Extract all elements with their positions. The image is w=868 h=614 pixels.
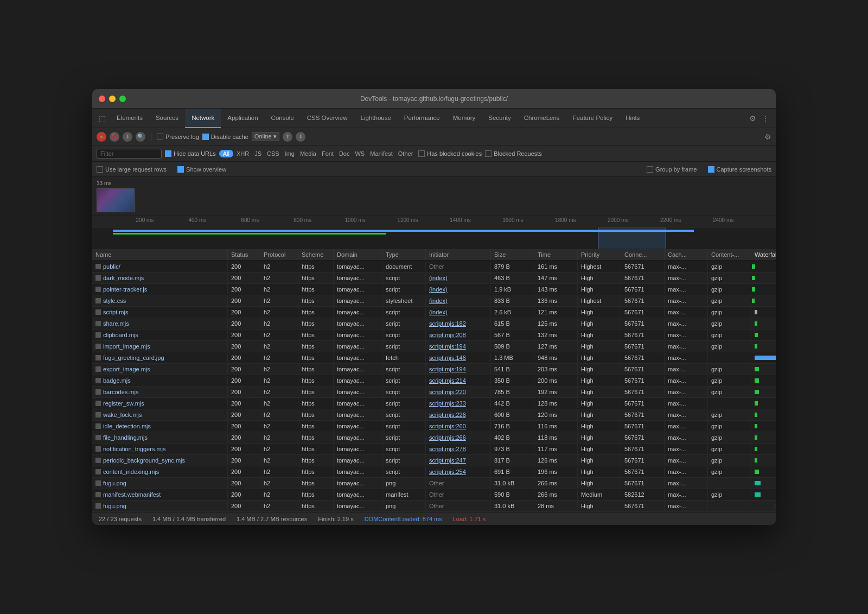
table-row[interactable]: pointer-tracker.js200h2httpstomayac...sc… (92, 284, 776, 295)
throttle-select[interactable]: Online ▾ (252, 132, 279, 141)
name-cell[interactable]: notification_triggers.mjs (92, 444, 228, 454)
table-row[interactable]: script.mjs200h2httpstomayac...script(ind… (92, 307, 776, 318)
filter-tag-manifest[interactable]: Manifest (368, 150, 395, 157)
table-row[interactable]: share.mjs200h2httpstomayac...scriptscrip… (92, 318, 776, 330)
th-domain[interactable]: Domain (334, 249, 382, 260)
large-rows-option[interactable]: Use large request rows (97, 166, 167, 173)
clear-button[interactable]: 🚫 (110, 132, 119, 142)
table-row[interactable]: manifest.webmanifest200h2httpstomayac...… (92, 489, 776, 501)
tab-lighthouse[interactable]: Lighthouse (354, 109, 398, 128)
name-cell[interactable]: public/ (92, 262, 228, 271)
minimize-button[interactable] (109, 96, 116, 102)
tab-elements[interactable]: Elements (110, 109, 149, 128)
th-conne-[interactable]: Conne... (621, 249, 665, 260)
name-cell[interactable]: pointer-tracker.js (92, 284, 228, 294)
tab-css-overview[interactable]: CSS Overview (301, 109, 354, 128)
hide-data-urls-checkbox[interactable]: Hide data URLs (165, 150, 216, 157)
th-waterfall[interactable]: Waterfall ▲ (751, 249, 776, 260)
blocked-requests-checkbox[interactable]: Blocked Requests (485, 150, 542, 157)
capture-screenshots-option[interactable]: Capture screenshots (708, 166, 772, 173)
tab-performance[interactable]: Performance (398, 109, 446, 128)
th-cach-[interactable]: Cach... (665, 249, 708, 260)
table-row[interactable]: wake_lock.mjs200h2httpstomayac...scripts… (92, 409, 776, 421)
table-row[interactable]: badge.mjs200h2httpstomayac...scriptscrip… (92, 375, 776, 387)
more-options-icon[interactable]: ⋮ (762, 114, 769, 123)
name-cell[interactable]: manifest.webmanifest (92, 490, 228, 499)
th-content--[interactable]: Content-... (708, 249, 751, 260)
disable-cache-checkbox[interactable]: Disable cache (202, 134, 248, 140)
filter-tag-js[interactable]: JS (252, 150, 264, 157)
th-priority[interactable]: Priority (578, 249, 621, 260)
tab-network[interactable]: Network (185, 109, 221, 128)
filter-tag-other[interactable]: Other (396, 150, 416, 157)
tab-memory[interactable]: Memory (446, 109, 482, 128)
th-name[interactable]: Name (92, 249, 228, 260)
table-row[interactable]: idle_detection.mjs200h2httpstomayac...sc… (92, 421, 776, 432)
table-row[interactable]: public/200h2httpstomayac...documentOther… (92, 261, 776, 273)
upload-icon[interactable]: ⬆ (283, 132, 292, 142)
preserve-log-checkbox[interactable]: Preserve log (157, 134, 199, 140)
filter-icon-btn[interactable]: ⬇ (123, 132, 132, 142)
name-cell[interactable]: content_indexing.mjs (92, 467, 228, 477)
filter-tag-media[interactable]: Media (298, 150, 318, 157)
table-row[interactable]: register_sw.mjs200h2httpstomayac...scrip… (92, 398, 776, 409)
tab-hints[interactable]: Hints (619, 109, 646, 128)
table-row[interactable]: barcodes.mjs200h2httpstomayac...scriptsc… (92, 387, 776, 398)
tab-sources[interactable]: Sources (149, 109, 185, 128)
table-row[interactable]: clipboard.mjs200h2httpstomayac...scripts… (92, 330, 776, 341)
tab-feature-policy[interactable]: Feature Policy (566, 109, 620, 128)
th-protocol[interactable]: Protocol (260, 249, 298, 260)
filter-tag-img[interactable]: Img (283, 150, 297, 157)
name-cell[interactable]: style.css (92, 296, 228, 306)
filter-tag-ws[interactable]: WS (353, 150, 367, 157)
filter-tag-css[interactable]: CSS (265, 150, 282, 157)
name-cell[interactable]: periodic_background_sync.mjs (92, 455, 228, 465)
th-time[interactable]: Time (534, 249, 578, 260)
table-row[interactable]: fugu_greeting_card.jpg200h2httpstomayac.… (92, 352, 776, 364)
has-blocked-cookies-checkbox[interactable]: Has blocked cookies (418, 150, 482, 157)
name-cell[interactable]: import_image.mjs (92, 341, 228, 351)
tab-application[interactable]: Application (221, 109, 264, 128)
table-row[interactable]: export_image.mjs200h2httpstomayac...scri… (92, 364, 776, 375)
name-cell[interactable]: script.mjs (92, 307, 228, 317)
th-size[interactable]: Size (491, 249, 534, 260)
settings-icon[interactable]: ⚙ (749, 114, 756, 123)
tab-chromelens[interactable]: ChromeLens (518, 109, 566, 128)
filter-tag-all[interactable]: All (219, 150, 233, 157)
record-button[interactable]: ● (97, 132, 106, 142)
search-button[interactable]: 🔍 (136, 132, 145, 142)
timeline-tracks[interactable] (92, 227, 776, 249)
name-cell[interactable]: register_sw.mjs (92, 398, 228, 408)
table-row[interactable]: fugu.png200h2httpstomayac...pngOther31.0… (92, 501, 776, 512)
th-initiator[interactable]: Initiator (426, 249, 491, 260)
filter-tag-doc[interactable]: Doc (337, 150, 352, 157)
table-row[interactable]: style.css200h2httpstomayac...stylesheet(… (92, 295, 776, 307)
name-cell[interactable]: fugu.png (92, 478, 228, 488)
devtools-settings-icon[interactable]: ⚙ (764, 132, 771, 141)
name-cell[interactable]: fugu_greeting_card.jpg (92, 353, 228, 363)
tab-console[interactable]: Console (265, 109, 301, 128)
name-cell[interactable]: barcodes.mjs (92, 387, 228, 397)
name-cell[interactable]: fugu.png (92, 501, 228, 511)
th-status[interactable]: Status (228, 249, 260, 260)
name-cell[interactable]: idle_detection.mjs (92, 421, 228, 431)
name-cell[interactable]: clipboard.mjs (92, 330, 228, 340)
table-row[interactable]: periodic_background_sync.mjs200h2httpsto… (92, 455, 776, 466)
filter-tag-xhr[interactable]: XHR (234, 150, 251, 157)
name-cell[interactable]: badge.mjs (92, 376, 228, 385)
group-by-frame-option[interactable]: Group by frame (647, 166, 697, 173)
name-cell[interactable]: wake_lock.mjs (92, 410, 228, 420)
filter-input[interactable] (97, 149, 162, 159)
tab-security[interactable]: Security (482, 109, 518, 128)
table-row[interactable]: file_handling.mjs200h2httpstomayac...scr… (92, 432, 776, 444)
download-icon[interactable]: ⬇ (296, 132, 305, 142)
maximize-button[interactable] (119, 96, 126, 102)
name-cell[interactable]: share.mjs (92, 319, 228, 328)
name-cell[interactable]: export_image.mjs (92, 364, 228, 374)
table-row[interactable]: notification_triggers.mjs200h2httpstomay… (92, 444, 776, 455)
close-button[interactable] (99, 96, 105, 102)
name-cell[interactable]: dark_mode.mjs (92, 273, 228, 283)
filter-tag-font[interactable]: Font (320, 150, 336, 157)
table-row[interactable]: import_image.mjs200h2httpstomayac...scri… (92, 341, 776, 352)
th-scheme[interactable]: Scheme (298, 249, 334, 260)
